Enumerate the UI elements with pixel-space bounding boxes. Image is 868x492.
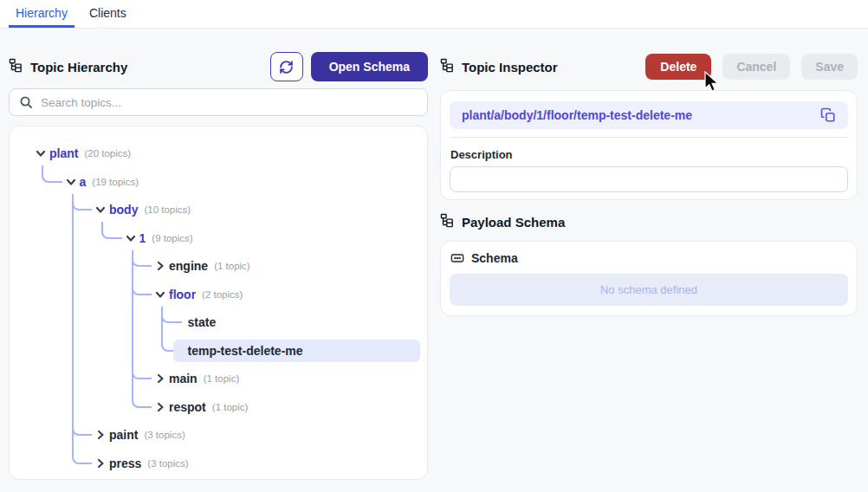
chevron-down-icon[interactable] [155, 289, 165, 300]
chevron-right-icon[interactable] [95, 430, 106, 440]
right-panel-header: Topic Inspector Delete Cancel Save [440, 53, 858, 81]
tree-node-count: (19 topics) [92, 177, 139, 187]
tree-node-temp-test-delete-me[interactable]: temp-test-delete-me [173, 340, 421, 362]
description-label: Description [450, 148, 513, 161]
right-panel-title: Topic Inspector [462, 60, 558, 74]
tree-node-main[interactable]: main(1 topic) [143, 367, 239, 390]
chevron-down-icon[interactable] [95, 204, 106, 215]
description-input[interactable] [450, 166, 848, 192]
schema-label: Schema [471, 251, 518, 265]
tree-node-count: (1 topic) [214, 261, 250, 271]
refresh-icon [279, 60, 294, 74]
topic-tree: plant(20 topics)a(19 topics)body(10 topi… [9, 126, 428, 480]
tree-node-label: press [109, 456, 141, 470]
tree-node-count: (1 topic) [212, 402, 249, 412]
search-icon [19, 95, 33, 109]
no-schema-message: No schema defined [450, 274, 848, 306]
chevron-right-icon[interactable] [155, 261, 165, 271]
tree-node-paint[interactable]: paint(3 topics) [83, 424, 185, 446]
tree-node-label: temp-test-delete-me [188, 344, 303, 358]
topic-path-pill: plant/a/body/1/floor/temp-test-delete-me [450, 101, 848, 129]
payload-schema-title: Payload Schema [462, 215, 565, 230]
left-panel-title: Topic Hierarchy [30, 60, 127, 74]
tree-node-press[interactable]: press(3 topics) [83, 452, 189, 475]
topic-inspector-card: plant/a/body/1/floor/temp-test-delete-me… [440, 90, 858, 200]
tree-node-1[interactable]: 1(9 topics) [113, 227, 193, 249]
copy-icon [820, 107, 836, 123]
tree-node-label: state [188, 315, 217, 329]
tree-node-plant[interactable]: plant(20 topics) [23, 142, 131, 165]
tree-node-label: 1 [139, 231, 146, 245]
open-schema-button[interactable]: Open Schema [311, 52, 428, 81]
chevron-down-icon[interactable] [66, 177, 76, 187]
tree-node-count: (3 topics) [144, 430, 185, 440]
divider [450, 137, 848, 138]
chevron-down-icon[interactable] [36, 148, 46, 159]
cancel-button[interactable]: Cancel [722, 54, 790, 80]
tab-clients[interactable]: Clients [82, 0, 133, 28]
tree-node-count: (9 topics) [152, 233, 192, 243]
tabbar: Hierarchy Clients [0, 0, 868, 29]
left-panel-header: Topic Hierarchy Open Schema [9, 51, 428, 82]
tree-node-count: (20 topics) [84, 148, 131, 159]
hierarchy-icon [440, 213, 455, 231]
schema-card: Schema No schema defined [440, 241, 858, 316]
tree-node-label: paint [109, 428, 138, 442]
tree-node-label: a [80, 175, 87, 189]
tree-node-state[interactable]: state [173, 311, 217, 333]
chevron-right-icon[interactable] [155, 402, 165, 412]
search-input[interactable] [41, 96, 418, 109]
topic-path: plant/a/body/1/floor/temp-test-delete-me [462, 108, 692, 122]
tab-hierarchy[interactable]: Hierarchy [9, 0, 74, 28]
tree-node-a[interactable]: a(19 topics) [54, 171, 139, 193]
tree-node-label: respot [169, 400, 206, 414]
delete-button[interactable]: Delete [645, 54, 711, 80]
tree-node-label: body [109, 203, 138, 217]
schema-icon [450, 251, 464, 265]
save-button[interactable]: Save [801, 54, 858, 80]
tree-node-count: (2 topics) [202, 289, 243, 300]
refresh-button[interactable] [270, 52, 303, 81]
chevron-right-icon[interactable] [95, 458, 106, 469]
tree-node-count: (3 topics) [147, 458, 188, 469]
search-box [9, 88, 428, 116]
copy-button[interactable] [820, 107, 836, 123]
tree-node-floor[interactable]: floor(2 topics) [143, 283, 243, 306]
hierarchy-icon [9, 58, 23, 76]
tree-connector [72, 194, 93, 437]
tree-node-count: (10 topics) [144, 204, 191, 215]
tree-node-label: floor [169, 288, 196, 301]
hierarchy-icon [440, 58, 455, 76]
tree-node-label: plant [49, 146, 78, 160]
payload-schema-header: Payload Schema [440, 213, 565, 231]
tree-node-label: main [169, 372, 198, 385]
chevron-down-icon[interactable] [126, 233, 136, 243]
tree-node-count: (1 topic) [204, 373, 240, 384]
tree-node-respot[interactable]: respot(1 topic) [143, 396, 248, 418]
chevron-right-icon[interactable] [155, 373, 165, 384]
tree-node-label: engine [169, 259, 208, 273]
tree-node-body[interactable]: body(10 topics) [83, 198, 191, 221]
tree-node-engine[interactable]: engine(1 topic) [143, 255, 250, 277]
